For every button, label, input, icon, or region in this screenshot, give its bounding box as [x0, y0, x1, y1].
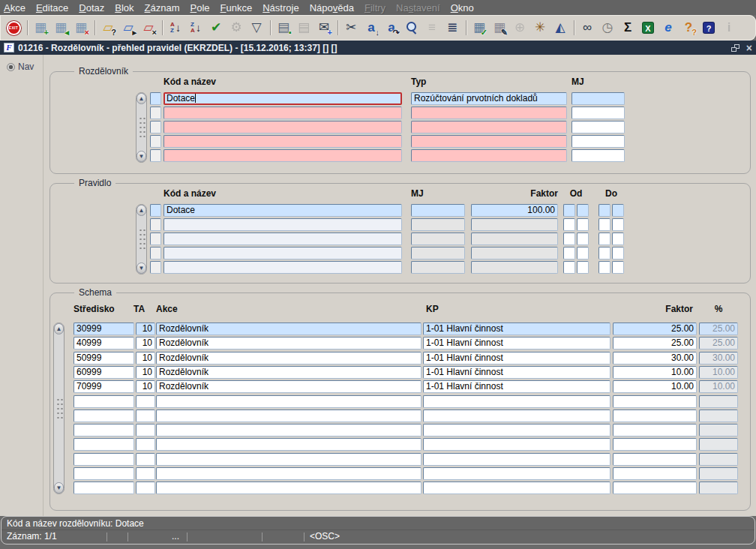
- menu-item-filtry[interactable]: Filtry: [364, 2, 386, 14]
- field-stredisko[interactable]: 40999: [74, 337, 134, 350]
- record-indicator[interactable]: [150, 135, 161, 148]
- field-stredisko[interactable]: [74, 410, 134, 422]
- field-mj[interactable]: [572, 92, 625, 105]
- record-scrollbar[interactable]: ▲ ▼: [136, 204, 147, 274]
- menu-item-funkce[interactable]: Funkce: [220, 2, 253, 14]
- delete-record-icon[interactable]: ▦×: [72, 19, 90, 37]
- excel-export-icon[interactable]: X: [639, 19, 657, 37]
- field-od-1[interactable]: [563, 261, 575, 274]
- field-faktor[interactable]: [471, 218, 558, 231]
- field-percent[interactable]: [699, 438, 738, 451]
- field-faktor[interactable]: 10.00: [613, 380, 697, 393]
- menu-item-dotaz[interactable]: Dotaz: [79, 2, 104, 14]
- field-akce[interactable]: [156, 467, 422, 480]
- record-scrollbar[interactable]: ▲ ▼: [136, 92, 147, 163]
- field-do-1[interactable]: [598, 218, 610, 231]
- field-kod-a-nazev[interactable]: [164, 218, 402, 231]
- record-indicator[interactable]: [150, 247, 161, 260]
- copy-field-icon[interactable]: a↓: [362, 19, 380, 37]
- field-kp[interactable]: 1-01 Hlavní činnost: [423, 337, 610, 350]
- scrollbar-thumb[interactable]: [56, 398, 63, 420]
- field-od-2[interactable]: [577, 218, 589, 231]
- field-typ[interactable]: [411, 135, 567, 148]
- field-faktor[interactable]: [613, 424, 697, 436]
- field-ta[interactable]: [136, 410, 155, 422]
- field-stredisko[interactable]: 30999: [74, 322, 134, 335]
- scrollbar-thumb[interactable]: [139, 116, 146, 139]
- field-kod-a-nazev[interactable]: [164, 149, 402, 162]
- field-akce[interactable]: [156, 482, 422, 494]
- field-ta[interactable]: 10: [136, 337, 155, 350]
- scrollbar-thumb[interactable]: [139, 228, 146, 250]
- field-stredisko[interactable]: [74, 438, 134, 451]
- cut-icon[interactable]: ✂: [342, 19, 360, 37]
- field-kp[interactable]: [423, 438, 610, 451]
- field-do-2[interactable]: [612, 232, 624, 245]
- field-percent[interactable]: [699, 395, 738, 408]
- filter-funnel-icon[interactable]: ▽: [248, 19, 266, 37]
- field-percent[interactable]: 30.00: [699, 352, 738, 364]
- nav-toggle[interactable]: Nav: [7, 62, 34, 72]
- field-faktor[interactable]: [471, 232, 558, 245]
- record-indicator[interactable]: [150, 106, 161, 119]
- field-akce[interactable]: [156, 424, 422, 436]
- field-typ[interactable]: [411, 149, 567, 162]
- copy-record-icon[interactable]: ▦◂: [52, 19, 70, 37]
- field-faktor[interactable]: [613, 467, 697, 480]
- field-ta[interactable]: [136, 453, 155, 466]
- scroll-down-icon[interactable]: ▼: [136, 262, 146, 274]
- edit-note-icon[interactable]: ▦✎: [490, 19, 508, 37]
- field-mj[interactable]: [572, 149, 625, 162]
- field-mj[interactable]: [572, 106, 625, 119]
- field-akce[interactable]: [156, 410, 422, 422]
- field-faktor[interactable]: [471, 247, 558, 260]
- menu-item-napoveda[interactable]: Nápověda: [310, 2, 354, 14]
- field-od-1[interactable]: [563, 204, 575, 217]
- field-ta[interactable]: [136, 424, 155, 436]
- record-info-icon[interactable]: ▦✓: [470, 19, 488, 37]
- field-kp[interactable]: 1-01 Hlavní činnost: [423, 366, 610, 379]
- field-ta[interactable]: 10: [136, 366, 155, 379]
- menu-item-akce[interactable]: Akce: [4, 2, 26, 14]
- field-kp[interactable]: [423, 410, 610, 422]
- field-kod-a-nazev[interactable]: [164, 261, 402, 274]
- field-percent[interactable]: [699, 410, 738, 422]
- field-stredisko[interactable]: [74, 482, 134, 494]
- field-ta[interactable]: 10: [136, 352, 155, 364]
- field-percent[interactable]: [699, 467, 738, 480]
- field-percent[interactable]: [699, 482, 738, 494]
- record-indicator[interactable]: [150, 121, 161, 134]
- field-faktor[interactable]: 25.00: [613, 322, 697, 335]
- cancel-query-icon[interactable]: ▱×: [140, 19, 158, 37]
- navigator-wheel-icon[interactable]: ✳: [531, 19, 549, 37]
- field-typ[interactable]: Rozúčtování prvotních dokladů: [411, 92, 567, 105]
- field-od-2[interactable]: [577, 204, 589, 217]
- record-indicator[interactable]: [150, 232, 161, 245]
- menu-item-nastroje[interactable]: Nástroje: [262, 2, 298, 14]
- field-kod-a-nazev[interactable]: [164, 247, 402, 260]
- print-all-icon[interactable]: ▤: [295, 19, 313, 37]
- field-akce[interactable]: Rozdělovník: [156, 322, 422, 335]
- field-kod-a-nazev[interactable]: [164, 135, 402, 148]
- scroll-up-icon[interactable]: ▲: [54, 323, 64, 334]
- sum-sigma-icon[interactable]: Σ: [619, 19, 637, 37]
- field-do-2[interactable]: [612, 261, 624, 274]
- scroll-up-icon[interactable]: ▲: [136, 205, 146, 216]
- field-ta[interactable]: [136, 438, 155, 451]
- nav-radio-icon[interactable]: [7, 63, 15, 71]
- menu-item-pole[interactable]: Pole: [190, 2, 210, 14]
- send-mail-icon[interactable]: ✉+: [315, 19, 333, 37]
- field-kp[interactable]: 1-01 Hlavní činnost: [423, 322, 610, 335]
- field-kp[interactable]: 1-01 Hlavní činnost: [423, 352, 610, 364]
- insert-record-icon[interactable]: ▦+: [32, 19, 50, 37]
- web-globe-icon[interactable]: ⊕: [511, 19, 529, 37]
- restore-window-button[interactable]: [731, 44, 740, 52]
- field-mj[interactable]: [411, 247, 465, 260]
- help-icon[interactable]: ?: [700, 19, 718, 37]
- info-icon[interactable]: i: [720, 19, 738, 37]
- field-faktor[interactable]: [471, 261, 558, 274]
- field-akce[interactable]: Rozdělovník: [156, 352, 422, 364]
- field-kod-a-nazev[interactable]: Dotace: [164, 204, 402, 217]
- menu-item-editace[interactable]: Editace: [36, 2, 68, 14]
- field-stredisko[interactable]: 70999: [74, 380, 134, 393]
